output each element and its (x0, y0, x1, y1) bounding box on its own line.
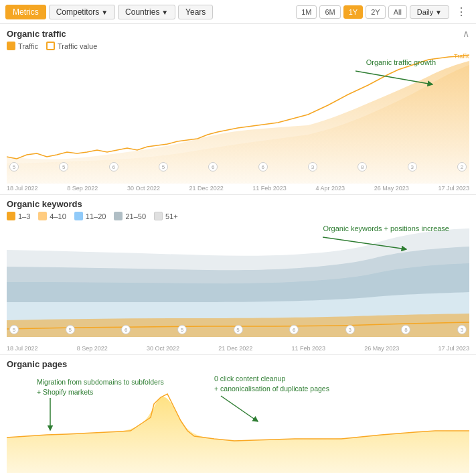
toolbar-right: 1M 6M 1Y 2Y All Daily ⋮ (296, 4, 471, 19)
x-label: 8 Sep 2022 (67, 185, 98, 192)
legend-traffic-value-label: Traffic value (58, 42, 97, 50)
organic-traffic-header: Organic traffic ∧ (0, 24, 476, 40)
keywords-xaxis-dots: 5 5 6 5 5 6 3 8 3 (7, 325, 469, 334)
tab-competitors[interactable]: Competitors (49, 5, 115, 19)
organic-keywords-title: Organic keywords (7, 199, 82, 209)
organic-keywords-legend: 1–3 4–10 11–20 21–50 51+ (0, 210, 476, 223)
legend-51plus-color (154, 212, 163, 220)
keywords-x-axis: 18 Jul 2022 8 Sep 2022 30 Oct 2022 21 De… (0, 344, 476, 354)
toolbar: Metrics Competitors Countries Years 1M 6… (0, 0, 476, 24)
x-label: 21 Dec 2022 (218, 345, 252, 352)
legend-51plus-label: 51+ (165, 212, 178, 220)
traffic-label-text: Traffic (454, 53, 469, 60)
x-label: 11 Feb 2023 (252, 185, 287, 192)
x-label: 26 May 2023 (364, 345, 399, 352)
time-1y[interactable]: 1Y (343, 5, 363, 19)
traffic-x-axis: 18 Jul 2022 8 Sep 2022 30 Oct 2022 21 De… (0, 184, 476, 194)
toolbar-left: Metrics Competitors Countries Years (5, 5, 213, 19)
legend-4-10: 4–10 (38, 212, 66, 220)
legend-21-50-color (114, 212, 123, 220)
x-label: 18 Jul 2022 (7, 185, 38, 192)
legend-11-20: 11–20 (74, 212, 106, 220)
x-label: 4 Apr 2023 (316, 185, 345, 192)
pages-line (7, 394, 469, 441)
time-1m[interactable]: 1M (296, 5, 317, 19)
organic-traffic-legend: Traffic Traffic value (0, 40, 476, 53)
more-options-button[interactable]: ⋮ (452, 4, 471, 19)
app-container: Metrics Competitors Countries Years 1M 6… (0, 0, 476, 473)
legend-1-3: 1–3 (7, 212, 30, 220)
tab-years[interactable]: Years (178, 5, 213, 19)
keywords-svg (7, 223, 469, 337)
pages-svg (7, 384, 469, 473)
organic-traffic-toggle[interactable]: ∧ (463, 28, 469, 39)
organic-keywords-chart: Organic keywords + positions increase (7, 223, 469, 344)
organic-traffic-chart: Traffic Organic traffic growth 5 5 6 5 6… (7, 53, 469, 184)
pages-fill (7, 397, 469, 473)
organic-pages-section: Organic pages Migration from subdomains … (0, 355, 476, 473)
organic-traffic-title: Organic traffic (7, 29, 66, 39)
traffic-xaxis-dots: 5 5 6 5 6 6 3 8 3 2 (7, 162, 469, 172)
legend-traffic: Traffic (7, 42, 38, 50)
x-label: 30 Oct 2022 (147, 345, 179, 352)
legend-4-10-color (38, 212, 47, 220)
legend-11-20-color (74, 212, 83, 220)
x-label: 21 Dec 2022 (189, 185, 224, 192)
x-label: 30 Oct 2022 (127, 185, 160, 192)
time-all[interactable]: All (388, 5, 407, 19)
legend-1-3-label: 1–3 (18, 212, 30, 220)
legend-51plus: 51+ (154, 212, 178, 220)
legend-21-50: 21–50 (114, 212, 146, 220)
x-label: 18 Jul 2022 (7, 345, 38, 352)
x-label: 26 May 2023 (374, 185, 409, 192)
x-label: 17 Jul 2023 (438, 185, 469, 192)
organic-traffic-section: Organic traffic ∧ Traffic Traffic value (0, 24, 476, 195)
organic-pages-header: Organic pages (0, 355, 476, 370)
legend-4-10-label: 4–10 (50, 212, 66, 220)
organic-pages-chart: Migration from subdomains to subfolders+… (7, 370, 469, 473)
organic-keywords-section: Organic keywords 1–3 4–10 11–20 21–50 51… (0, 195, 476, 355)
legend-11-20-label: 11–20 (86, 212, 106, 220)
legend-1-3-color (7, 212, 15, 220)
legend-traffic-color (7, 42, 15, 50)
x-label: 8 Sep 2022 (77, 345, 108, 352)
organic-pages-title: Organic pages (7, 359, 67, 369)
legend-traffic-label: Traffic (18, 42, 38, 50)
legend-21-50-label: 21–50 (125, 212, 146, 220)
time-2y[interactable]: 2Y (366, 5, 385, 19)
granularity-btn[interactable]: Daily (410, 5, 449, 19)
organic-keywords-header: Organic keywords (0, 195, 476, 210)
legend-traffic-value: Traffic value (46, 42, 97, 50)
x-label: 17 Jul 2023 (438, 345, 469, 352)
x-label: 11 Feb 2023 (291, 345, 325, 352)
tab-metrics[interactable]: Metrics (5, 5, 46, 19)
time-6m[interactable]: 6M (319, 5, 340, 19)
legend-traffic-value-color (46, 42, 55, 50)
tab-countries[interactable]: Countries (118, 5, 175, 19)
